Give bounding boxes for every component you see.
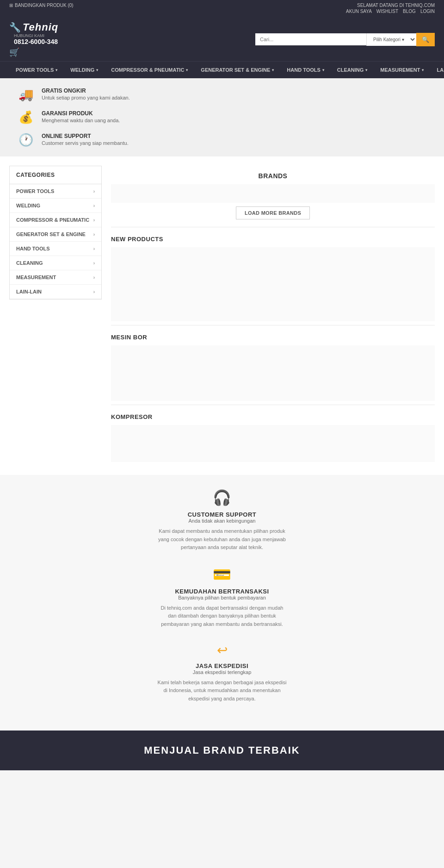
- info-shipping: ↩ JASA EKSPEDISI Jasa ekspedisi terlengk…: [9, 643, 435, 703]
- chevron-right-icon: ›: [93, 275, 95, 280]
- feature-desc: Menghemat waktu dan uang anda.: [42, 118, 120, 123]
- wishlist-link[interactable]: WISHLIST: [376, 9, 398, 14]
- chevron-down-icon: ▾: [322, 68, 324, 72]
- compare-label[interactable]: BANDINGKAN PRODUK (0): [15, 3, 74, 8]
- feature-desc: Untuk setiap promo yang kami adakan.: [42, 95, 130, 100]
- blog-link[interactable]: BLOG: [403, 9, 416, 14]
- nav-item-generator[interactable]: GENERATOR SET & ENGINE ▾: [194, 62, 280, 78]
- brands-title: BRANDS: [111, 172, 435, 180]
- sidebar-item-power-tools[interactable]: POWER TOOLS ›: [10, 184, 101, 199]
- search-button[interactable]: 🔍: [416, 33, 435, 46]
- chevron-down-icon: ▾: [365, 68, 367, 72]
- topbar-left: ⊞ BANDINGKAN PRODUK (0): [9, 3, 74, 8]
- welcome-text: SELAMAT DATANG DI TEHNIQ.COM: [346, 3, 435, 8]
- footer-slogan: MENJUAL BRAND TERBAIK: [9, 744, 435, 756]
- info-desc: Di tehniq.com anda dapat bertransaksi de…: [157, 604, 287, 629]
- account-link[interactable]: AKUN SAYA: [346, 9, 372, 14]
- nav-item-hand-tools[interactable]: HAND TOOLS ▾: [280, 62, 331, 78]
- contact-area: HUBUNGI KAMI 0812-6000-348: [14, 33, 58, 45]
- right-content: BRANDS LOAD MORE BRANDS NEW PRODUCTS MES…: [111, 166, 435, 466]
- chevron-down-icon: ▾: [186, 68, 188, 72]
- info-desc: Kami dapat membantu anda menentukan pili…: [157, 527, 287, 552]
- login-link[interactable]: LOGIN: [420, 9, 435, 14]
- sidebar-item-welding[interactable]: WELDING ›: [10, 199, 101, 213]
- footer-bottom: MENJUAL BRAND TERBAIK: [0, 731, 444, 770]
- chevron-down-icon: ▾: [422, 68, 424, 72]
- kompresor-heading: KOMPRESOR: [111, 413, 435, 420]
- info-title: CUSTOMER SUPPORT: [9, 511, 435, 518]
- category-select[interactable]: Pilih Kategori ▾: [366, 33, 416, 46]
- sidebar-item-cleaning[interactable]: CLEANING ›: [10, 256, 101, 270]
- chevron-right-icon: ›: [93, 189, 95, 194]
- feature-title: GARANSI PRODUK: [42, 110, 120, 117]
- header: 🔧 Tehniq HUBUNGI KAMI 0812-6000-348 🛒 Pi…: [0, 17, 444, 61]
- info-subtitle: Banyaknya pilihan bentuk pembayaran: [9, 595, 435, 600]
- chevron-right-icon: ›: [93, 289, 95, 294]
- sidebar-item-measurement[interactable]: MEASUREMENT ›: [10, 270, 101, 285]
- info-desc: Kami telah bekerja sama dengan berbagai …: [157, 679, 287, 703]
- mesin-bor-area: [111, 345, 435, 401]
- contact-label: HUBUNGI KAMI: [14, 33, 58, 38]
- feature-text: ONLINE SUPPORT Customer servis yang siap…: [42, 133, 129, 146]
- new-products-area: [111, 247, 435, 321]
- warranty-icon: 💰: [18, 110, 35, 125]
- feature-warranty: 💰 GARANSI PRODUK Menghemat waktu dan uan…: [18, 110, 426, 125]
- topbar: ⊞ BANDINGKAN PRODUK (0) SELAMAT DATANG D…: [0, 0, 444, 17]
- topbar-right: SELAMAT DATANG DI TEHNIQ.COM AKUN SAYA W…: [346, 3, 435, 14]
- chevron-right-icon: ›: [93, 246, 95, 251]
- load-more-brands-button[interactable]: LOAD MORE BRANDS: [236, 206, 310, 219]
- support-icon: 🕐: [18, 133, 35, 147]
- info-payment: 💳 KEMUDAHAN BERTRANSAKSI Banyaknya pilih…: [9, 566, 435, 629]
- chevron-right-icon: ›: [93, 203, 95, 208]
- info-title: KEMUDAHAN BERTRANSAKSI: [9, 588, 435, 595]
- main-content: CATEGORIES POWER TOOLS › WELDING › COMPR…: [0, 156, 444, 475]
- sidebar-item-lain-lain[interactable]: LAIN-LAIN ›: [10, 285, 101, 299]
- feature-text: GARANSI PRODUK Menghemat waktu dan uang …: [42, 110, 120, 123]
- info-subtitle: Anda tidak akan kebingungan: [9, 518, 435, 524]
- info-section: 🎧 CUSTOMER SUPPORT Anda tidak akan kebin…: [0, 475, 444, 731]
- kompresor-area: [111, 425, 435, 462]
- nav-item-compressor[interactable]: COMPRESSOR & PNEUMATIC ▾: [105, 62, 194, 78]
- chevron-down-icon: ▾: [96, 68, 98, 72]
- shipping-icon: ↩: [9, 643, 435, 658]
- chevron-right-icon: ›: [93, 261, 95, 266]
- cart-icon[interactable]: 🛒: [9, 48, 19, 57]
- feature-title: GRATIS ONGKIR: [42, 87, 130, 94]
- feature-text: GRATIS ONGKIR Untuk setiap promo yang ka…: [42, 87, 130, 100]
- payment-icon: 💳: [9, 566, 435, 583]
- logo-icon: 🔧: [9, 22, 21, 33]
- info-subtitle: Jasa ekspedisi terlengkap: [9, 669, 435, 675]
- logo-text[interactable]: Tehniq: [23, 21, 58, 33]
- sidebar-item-compressor[interactable]: COMPRESSOR & PNEUMATIC ›: [10, 213, 101, 227]
- feature-title: ONLINE SUPPORT: [42, 133, 129, 139]
- new-products-heading: NEW PRODUCTS: [111, 236, 435, 243]
- info-customer-support: 🎧 CUSTOMER SUPPORT Anda tidak akan kebin…: [9, 489, 435, 552]
- nav-item-welding[interactable]: WELDING ▾: [64, 62, 105, 78]
- nav-item-power-tools[interactable]: POWER TOOLS ▾: [9, 62, 64, 78]
- brands-area: [111, 184, 435, 203]
- headset-icon: 🎧: [9, 489, 435, 506]
- compare-icon: ⊞: [9, 3, 13, 8]
- main-nav: POWER TOOLS ▾ WELDING ▾ COMPRESSOR & PNE…: [0, 61, 444, 78]
- nav-item-lain-lain[interactable]: LAIN-LAIN ▾: [430, 62, 444, 78]
- sidebar: CATEGORIES POWER TOOLS › WELDING › COMPR…: [9, 166, 102, 300]
- sidebar-title: CATEGORIES: [10, 166, 101, 184]
- logo-area: 🔧 Tehniq HUBUNGI KAMI 0812-6000-348 🛒: [9, 21, 58, 57]
- feature-support: 🕐 ONLINE SUPPORT Customer servis yang si…: [18, 133, 426, 147]
- nav-item-cleaning[interactable]: CLEANING ▾: [331, 62, 374, 78]
- info-title: JASA EKSPEDISI: [9, 662, 435, 669]
- features-section: 🚚 GRATIS ONGKIR Untuk setiap promo yang …: [0, 78, 444, 156]
- feature-free-shipping: 🚚 GRATIS ONGKIR Untuk setiap promo yang …: [18, 87, 426, 102]
- sidebar-item-hand-tools[interactable]: HAND TOOLS ›: [10, 242, 101, 256]
- chevron-right-icon: ›: [93, 232, 95, 237]
- phone-number: 0812-6000-348: [14, 38, 58, 45]
- nav-item-measurement[interactable]: MEASUREMENT ▾: [374, 62, 430, 78]
- search-area: Pilih Kategori ▾ 🔍: [255, 33, 435, 46]
- sidebar-item-generator[interactable]: GENERATOR SET & ENGINE ›: [10, 227, 101, 242]
- feature-desc: Customer servis yang siap membantu.: [42, 140, 129, 146]
- chevron-down-icon: ▾: [56, 68, 57, 72]
- search-input[interactable]: [255, 33, 366, 45]
- truck-icon: 🚚: [18, 87, 35, 102]
- mesin-bor-heading: MESIN BOR: [111, 334, 435, 341]
- chevron-right-icon: ›: [93, 218, 95, 223]
